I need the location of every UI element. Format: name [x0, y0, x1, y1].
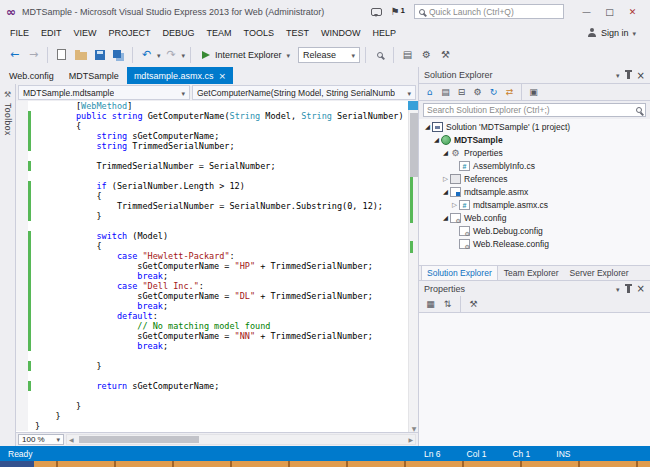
split-handle[interactable] [408, 101, 418, 110]
code-line[interactable]: return sGetComputerName; [16, 381, 408, 391]
code-line[interactable]: sGetComputerName = "NN" + TrimmedSerialN… [16, 331, 408, 341]
menu-item-file[interactable]: FILE [4, 26, 35, 40]
collapse-arrow-icon[interactable] [441, 149, 450, 157]
categorized-icon[interactable]: ▦ [423, 297, 438, 312]
windows-taskbar-edge[interactable] [0, 461, 650, 467]
navigate-forward-button[interactable] [25, 46, 42, 63]
collapse-arrow-icon[interactable] [441, 214, 450, 222]
alphabetical-sort-icon[interactable]: ⇅ [440, 297, 455, 312]
quick-launch-input[interactable] [429, 7, 559, 17]
pin-icon[interactable] [627, 285, 630, 293]
title-bar[interactable]: MDTSample - Microsoft Visual Studio Expr… [0, 0, 650, 23]
notifications-button[interactable]: 1 [391, 6, 405, 17]
tree-item-solution-mdtsample-1-project-[interactable]: Solution 'MDTSample' (1 project) [419, 120, 650, 133]
tab-mdtsample[interactable]: MDTSample [62, 67, 126, 84]
toolbox-tab[interactable]: Toolbox [0, 84, 16, 446]
code-line[interactable]: } [16, 421, 408, 431]
menu-item-tools[interactable]: TOOLS [238, 26, 280, 40]
code-line[interactable] [16, 221, 408, 231]
menu-item-window[interactable]: WINDOW [315, 26, 367, 40]
feedback-icon[interactable] [371, 8, 382, 16]
code-editor[interactable]: [WebMethod] public string GetComputerNam… [16, 101, 418, 432]
save-all-button[interactable] [110, 46, 127, 63]
tree-item-references[interactable]: References [419, 172, 650, 185]
code-line[interactable]: break; [16, 271, 408, 281]
solution-search-input[interactable] [427, 105, 633, 115]
code-line[interactable]: case "Dell Inc.": [16, 281, 408, 291]
scroll-left-arrow-icon[interactable]: ◀ [69, 436, 74, 444]
code-line[interactable]: if (SerialNumber.Length > 12) [16, 181, 408, 191]
tree-item-assemblyinfo.cs[interactable]: AssemblyInfo.cs [419, 159, 650, 172]
code-line[interactable]: string TrimmedSerialNumber; [16, 141, 408, 151]
code-line[interactable]: break; [16, 341, 408, 351]
show-all-files-icon[interactable]: ▤ [438, 85, 453, 100]
undo-dropdown-icon[interactable] [157, 50, 161, 60]
menu-item-debug[interactable]: DEBUG [157, 26, 201, 40]
preview-selected-items-icon[interactable]: ▣ [526, 85, 541, 100]
window-position-icon[interactable] [616, 284, 620, 294]
browser-dropdown-icon[interactable] [287, 50, 291, 60]
collapse-arrow-icon[interactable] [423, 123, 432, 131]
redo-dropdown-icon[interactable] [182, 50, 186, 60]
scrollbar-thumb[interactable] [410, 113, 418, 177]
properties-grid[interactable] [419, 313, 650, 446]
scroll-down-arrow-icon[interactable]: ▼ [409, 425, 418, 432]
code-line[interactable]: { [16, 191, 408, 201]
home-icon[interactable]: ⌂ [422, 85, 437, 100]
tree-item-web.debug.config[interactable]: Web.Debug.config [419, 224, 650, 237]
toolbox-button[interactable]: ⚒ [437, 46, 454, 63]
tree-item-web.config[interactable]: Web.config [419, 211, 650, 224]
code-line[interactable] [16, 151, 408, 161]
sign-in-button[interactable]: Sign in [588, 28, 646, 38]
quick-launch-box[interactable] [414, 4, 564, 19]
code-line[interactable] [16, 351, 408, 361]
expand-arrow-icon[interactable] [450, 201, 459, 209]
code-line[interactable] [16, 171, 408, 181]
code-line[interactable]: sGetComputerName = "HP" + TrimmedSerialN… [16, 261, 408, 271]
pin-icon[interactable] [627, 71, 630, 79]
code-line[interactable]: [WebMethod] [16, 101, 408, 111]
close-button[interactable]: ✕ [621, 3, 644, 20]
collapse-arrow-icon[interactable] [441, 188, 450, 196]
menu-item-edit[interactable]: EDIT [35, 26, 68, 40]
window-position-icon[interactable] [616, 70, 620, 80]
panel-tab-solution-explorer[interactable]: Solution Explorer [421, 265, 498, 280]
code-line[interactable]: } [16, 361, 408, 371]
code-line[interactable]: TrimmedSerialNumber = SerialNumber.Subst… [16, 201, 408, 211]
tab-mdtsample.asmx.cs[interactable]: mdtsample.asmx.cs [127, 67, 233, 84]
code-line[interactable]: { [16, 241, 408, 251]
close-icon[interactable] [637, 283, 645, 294]
code-line[interactable]: } [16, 411, 408, 421]
menu-item-test[interactable]: TEST [280, 26, 315, 40]
code-line[interactable]: break; [16, 301, 408, 311]
panel-tab-server-explorer[interactable]: Server Explorer [565, 266, 634, 280]
tree-item-mdtsample[interactable]: MDTSample [419, 133, 650, 146]
scroll-right-arrow-icon[interactable]: ▶ [408, 436, 413, 444]
close-icon[interactable] [637, 70, 645, 81]
vertical-scrollbar[interactable]: ▼ [408, 101, 418, 432]
properties-window-button[interactable]: ⚙ [418, 46, 435, 63]
find-in-files-button[interactable] [371, 46, 388, 63]
refresh-icon[interactable]: ↻ [486, 85, 501, 100]
code-line[interactable]: { [16, 121, 408, 131]
menu-item-view[interactable]: VIEW [68, 26, 103, 40]
code-line[interactable]: public string GetComputerName(String Mod… [16, 111, 408, 121]
code-line[interactable]: switch (Model) [16, 231, 408, 241]
collapse-arrow-icon[interactable] [432, 136, 441, 144]
tree-item-mdtsample.asmx[interactable]: mdtsample.asmx [419, 185, 650, 198]
sync-with-active-document-icon[interactable]: ⇄ [502, 85, 517, 100]
tree-item-mdtsample.asmx.cs[interactable]: mdtsample.asmx.cs [419, 198, 650, 211]
code-line[interactable]: sGetComputerName = "DL" + TrimmedSerialN… [16, 291, 408, 301]
collapse-all-icon[interactable]: ⊟ [454, 85, 469, 100]
solution-configuration-dropdown[interactable]: Release [298, 47, 360, 63]
menu-item-help[interactable]: HELP [366, 26, 402, 40]
tab-web.config[interactable]: Web.config [2, 67, 61, 84]
new-file-button[interactable] [53, 46, 70, 63]
solution-explorer-search[interactable] [423, 103, 646, 117]
tree-item-web.release.config[interactable]: Web.Release.config [419, 237, 650, 250]
scrollbar-thumb[interactable] [79, 436, 199, 443]
horizontal-scrollbar[interactable]: ◀ ▶ [66, 434, 416, 445]
menu-item-team[interactable]: TEAM [201, 26, 238, 40]
member-dropdown[interactable]: GetComputerName(String Model, String Ser… [192, 85, 416, 100]
menu-item-project[interactable]: PROJECT [103, 26, 157, 40]
